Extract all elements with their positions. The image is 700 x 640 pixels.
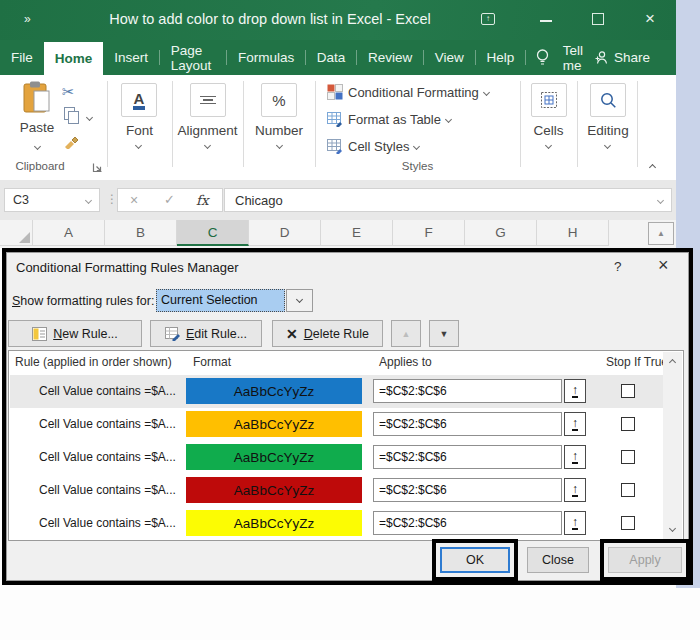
editing-group-icon-button[interactable] (590, 83, 626, 117)
column-header-f[interactable]: F (393, 220, 465, 246)
excel-window: » How to add color to drop down list in … (0, 0, 700, 640)
percent-icon: % (272, 92, 285, 109)
rule-row[interactable]: Cell Value contains =$A... AaBbCcYyZz ↑ (10, 375, 664, 408)
header-stop-if-true: Stop If True (606, 355, 668, 369)
stop-if-true-checkbox[interactable] (621, 516, 635, 530)
clipboard-paste-icon (14, 81, 60, 117)
paste-button[interactable]: Paste (14, 81, 60, 153)
collapse-ribbon-chevron[interactable] (649, 164, 656, 171)
tab-page-layout[interactable]: Page Layout (160, 40, 227, 75)
expand-formula-bar-chevron[interactable] (657, 197, 664, 204)
collapse-arrow-icon: ↑ (572, 418, 578, 431)
quick-access-toolbar-icon[interactable]: » (24, 12, 29, 26)
column-header-d[interactable]: D (249, 220, 321, 246)
collapse-dialog-button[interactable]: ↑ (564, 379, 586, 403)
name-box[interactable]: C3 (4, 188, 100, 212)
enter-icon[interactable]: ✓ (164, 192, 175, 207)
apply-button[interactable]: Apply (608, 547, 682, 573)
show-rules-dropdown-arrow[interactable] (286, 289, 313, 312)
name-box-chevron[interactable] (85, 197, 92, 204)
close-dialog-button[interactable]: Close (527, 547, 589, 573)
column-header-e[interactable]: E (321, 220, 393, 246)
tab-file[interactable]: File (0, 40, 44, 75)
column-header-a[interactable]: A (33, 220, 105, 246)
rule-row[interactable]: Cell Value contains =$A... AaBbCcYyZz ↑ (10, 474, 664, 507)
help-icon[interactable]: ? (614, 259, 622, 274)
new-rule-button[interactable]: New Rule... (8, 320, 142, 347)
alignment-group-icon-button[interactable] (190, 83, 226, 117)
formula-bar: C3 ⋮ × ✓ fx Chicago (0, 180, 676, 220)
rule-row[interactable]: Cell Value contains =$A... AaBbCcYyZz ↑ (10, 408, 664, 441)
collapse-dialog-button[interactable]: ↑ (564, 478, 586, 502)
scrollbar-up-button[interactable] (663, 352, 682, 370)
alignment-group-chevron[interactable] (204, 142, 211, 149)
minimize-button[interactable] (540, 20, 552, 22)
dialog-close-icon[interactable]: × (658, 255, 669, 276)
cells-group-icon-button[interactable] (531, 83, 567, 117)
copy-dropdown-chevron[interactable] (86, 114, 93, 121)
move-rule-down-button[interactable]: ▼ (429, 320, 459, 347)
format-as-table-chevron (445, 115, 452, 122)
format-painter-icon[interactable] (63, 133, 79, 149)
list-scrollbar[interactable] (663, 352, 682, 539)
collapse-dialog-button[interactable]: ↑ (564, 511, 586, 535)
cell-styles-button[interactable]: Cell Styles (327, 138, 419, 154)
applies-to-input[interactable] (373, 379, 562, 403)
applies-to-input[interactable] (373, 412, 562, 436)
tab-data[interactable]: Data (306, 40, 357, 75)
paste-dropdown-chevron[interactable] (33, 143, 40, 150)
tab-insert[interactable]: Insert (103, 40, 159, 75)
maximize-button[interactable] (592, 13, 604, 25)
column-header-h[interactable]: H (537, 220, 609, 246)
move-rule-up-button[interactable]: ▲ (391, 320, 421, 347)
scrollbar-down-button[interactable] (663, 521, 682, 539)
select-all-triangle-icon (19, 232, 30, 243)
stop-if-true-checkbox[interactable] (621, 384, 635, 398)
font-group-chevron[interactable] (135, 142, 142, 149)
editing-group-chevron[interactable] (604, 142, 611, 149)
number-group-chevron[interactable] (276, 142, 283, 149)
tab-help[interactable]: Help (475, 40, 525, 75)
font-a-icon: A (133, 91, 146, 110)
format-as-table-button[interactable]: Format as Table (327, 111, 451, 127)
tab-view[interactable]: View (424, 40, 475, 75)
rule-row[interactable]: Cell Value contains =$A... AaBbCcYyZz ↑ (10, 507, 664, 540)
font-group-icon-button[interactable]: A (121, 83, 157, 117)
insert-function-icon[interactable]: fx (196, 192, 209, 208)
tab-formulas[interactable]: Formulas (227, 40, 305, 75)
column-header-b[interactable]: B (105, 220, 177, 246)
stop-if-true-checkbox[interactable] (621, 417, 635, 431)
delete-rule-button[interactable]: ✕ Delete Rule (272, 320, 383, 347)
close-button[interactable]: × (642, 9, 658, 25)
share-button[interactable]: Share (594, 40, 650, 75)
cells-group-chevron[interactable] (545, 142, 552, 149)
applies-to-input[interactable] (373, 445, 562, 469)
column-header-g[interactable]: G (465, 220, 537, 246)
edit-rule-button[interactable]: Edit Rule... (150, 320, 262, 347)
select-all-corner[interactable] (0, 220, 33, 246)
tab-home[interactable]: Home (44, 42, 104, 75)
rule-row[interactable]: Cell Value contains =$A... AaBbCcYyZz ↑ (10, 441, 664, 474)
tell-me-box[interactable]: Tell me (557, 40, 594, 75)
collapse-dialog-button[interactable]: ↑ (564, 445, 586, 469)
collapse-dialog-button[interactable]: ↑ (564, 412, 586, 436)
cell-styles-icon (327, 138, 343, 154)
cut-icon[interactable]: ✂ (62, 83, 75, 101)
scroll-up-button[interactable]: ▲ (648, 222, 674, 245)
cancel-icon[interactable]: × (130, 192, 138, 208)
conditional-formatting-button[interactable]: Conditional Formatting (327, 84, 489, 100)
clipboard-dialog-launcher-icon[interactable] (92, 162, 103, 173)
number-group-icon-button[interactable]: % (261, 83, 297, 117)
column-header-c[interactable]: C (177, 220, 249, 246)
ok-button[interactable]: OK (440, 547, 510, 573)
applies-to-input[interactable] (373, 478, 562, 502)
align-center-icon (199, 94, 217, 107)
stop-if-true-checkbox[interactable] (621, 450, 635, 464)
ribbon-display-options-icon[interactable]: ↑ (481, 13, 495, 25)
applies-to-input[interactable] (373, 511, 562, 535)
tab-review[interactable]: Review (357, 40, 423, 75)
stop-if-true-checkbox[interactable] (621, 483, 635, 497)
show-rules-dropdown[interactable]: Current Selection (156, 289, 285, 312)
new-rule-label: New Rule... (53, 327, 118, 341)
formula-input[interactable]: Chicago (224, 188, 672, 212)
